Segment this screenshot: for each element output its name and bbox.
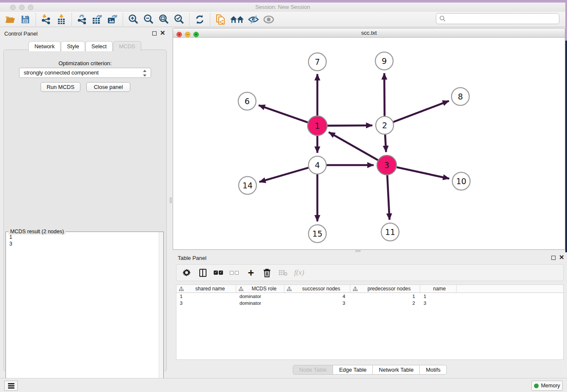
dropdown-value: strongly connected component <box>24 69 99 76</box>
zoom-in-icon[interactable] <box>126 13 141 26</box>
export-table-icon[interactable] <box>90 13 105 26</box>
tab-select[interactable]: Select <box>85 41 113 51</box>
table-cell[interactable]: dominator <box>236 300 284 306</box>
close-panel-icon[interactable]: ✕ <box>160 31 165 35</box>
node-label-14: 14 <box>242 181 253 190</box>
table-cell[interactable]: 2 <box>350 300 420 306</box>
mcds-result-title: MCDS result (2 nodes) <box>8 229 66 235</box>
edge-2-3[interactable] <box>385 135 386 152</box>
node-label-8: 8 <box>458 92 463 101</box>
table-row[interactable]: 1dominator411 <box>176 293 563 300</box>
tab-motifs[interactable]: Motifs <box>420 365 447 375</box>
column-header-name[interactable]: name <box>420 285 457 293</box>
checked-boxes-icon[interactable]: ✓✓ <box>214 268 224 278</box>
table-cell[interactable]: 1 <box>350 293 420 300</box>
mcds-panel: Optimization criterion: strongly connect… <box>3 50 167 371</box>
add-icon[interactable]: + <box>246 268 256 278</box>
main-toolbar <box>0 12 565 27</box>
close-panel-icon[interactable]: ✕ <box>559 255 564 259</box>
tab-edge-table[interactable]: Edge Table <box>333 365 373 375</box>
trash-icon[interactable] <box>262 268 272 278</box>
export-network-icon[interactable] <box>74 13 90 26</box>
zoom-fit-icon[interactable] <box>156 13 171 26</box>
table-cell[interactable]: 3 <box>284 300 350 306</box>
tab-node-table[interactable]: Node Table <box>293 365 333 375</box>
column-header-shared-name[interactable]: shared name <box>176 285 236 293</box>
search-input[interactable] <box>436 13 559 24</box>
edge-1-2[interactable] <box>328 125 372 126</box>
tab-network[interactable]: Network <box>28 41 61 51</box>
import-network-icon[interactable] <box>39 13 54 26</box>
traffic-lights[interactable] <box>10 4 37 12</box>
columns-icon[interactable] <box>198 268 208 278</box>
table-cell[interactable]: 3 <box>420 300 457 306</box>
table-cell[interactable]: 3 <box>176 300 236 306</box>
export-image-icon[interactable] <box>105 13 120 26</box>
node-label-1: 1 <box>315 121 320 130</box>
table-cell[interactable]: 4 <box>284 293 350 300</box>
network-window-titlebar[interactable]: ×−+ scc.txt <box>173 28 565 38</box>
edge-2-8[interactable] <box>394 101 449 122</box>
column-header-successor-nodes[interactable]: successor nodes <box>284 285 350 293</box>
chevron-up-down-icon <box>143 69 147 77</box>
column-header-MCDS-role[interactable]: MCDS role <box>236 285 284 293</box>
run-mcds-button[interactable]: Run MCDS <box>41 82 80 92</box>
gear-icon[interactable] <box>182 268 192 278</box>
memory-button[interactable]: Memory <box>531 381 563 391</box>
float-panel-icon[interactable] <box>551 256 556 260</box>
control-panel: Control Panel ✕ NetworkStyleSelectMCDS O… <box>0 27 170 375</box>
network-window: ×−+ scc.txt 7968124314101511 <box>173 28 565 250</box>
node-label-15: 15 <box>312 229 322 238</box>
save-icon[interactable] <box>18 13 33 26</box>
splitter-handle[interactable] <box>170 197 172 203</box>
import-table-icon[interactable] <box>54 13 69 26</box>
task-history-button[interactable] <box>4 381 18 391</box>
copy-document-icon[interactable] <box>213 13 228 26</box>
table-cell[interactable]: 1 <box>420 293 457 300</box>
zoom-window-icon[interactable] <box>28 5 33 10</box>
tab-network-table[interactable]: Network Table <box>373 365 420 375</box>
edge-3-11[interactable] <box>387 175 389 220</box>
edge-3-1[interactable] <box>329 132 378 160</box>
edge-1-6[interactable] <box>259 105 308 123</box>
splitter-handle[interactable] <box>355 250 361 252</box>
column-header-predecessor-nodes[interactable]: predecessor nodes <box>350 285 420 293</box>
houses-icon[interactable] <box>228 13 246 26</box>
optimization-criterion-select[interactable]: strongly connected component <box>19 68 151 78</box>
edge-3-10[interactable] <box>396 167 449 179</box>
window-title: Session: New Session <box>0 3 565 12</box>
tab-style[interactable]: Style <box>61 41 85 51</box>
refresh-icon[interactable] <box>192 13 207 26</box>
table-header-row: shared nameMCDS rolesuccessor nodesprede… <box>176 285 563 293</box>
node-table[interactable]: shared nameMCDS rolesuccessor nodesprede… <box>176 284 564 360</box>
mcds-result-item: 3 <box>6 240 163 247</box>
control-panel-title: Control Panel <box>4 30 38 37</box>
table-cell[interactable]: dominator <box>236 293 284 300</box>
close-panel-button[interactable]: Close panel <box>86 82 130 92</box>
close-window-icon[interactable] <box>10 5 16 10</box>
table-cell[interactable]: 1 <box>176 293 236 300</box>
eye-slash-icon[interactable] <box>246 13 261 26</box>
table-tabs: Node TableEdge TableNetwork TableMotifs <box>173 365 567 375</box>
titlebar: Session: New Session <box>0 3 565 12</box>
zoom-out-icon[interactable] <box>141 13 156 26</box>
application-window: Session: New Session <box>0 0 567 392</box>
edge-2-9[interactable] <box>384 73 385 116</box>
eye-icon[interactable] <box>261 13 276 26</box>
network-canvas[interactable]: 7968124314101511 <box>173 38 565 249</box>
edge-4-14[interactable] <box>259 168 308 182</box>
node-label-11: 11 <box>385 227 395 237</box>
minimize-window-icon[interactable] <box>19 5 25 10</box>
node-label-6: 6 <box>245 97 250 106</box>
zoom-selected-icon[interactable] <box>171 13 187 26</box>
float-panel-icon[interactable] <box>152 31 157 36</box>
scrollbar[interactable] <box>159 232 163 391</box>
memory-status-icon <box>534 384 539 388</box>
table-body: 1dominator4113dominator323 <box>176 293 563 306</box>
folder-open-icon[interactable] <box>3 13 18 26</box>
tab-mcds[interactable]: MCDS <box>113 41 141 51</box>
node-label-7: 7 <box>315 57 320 66</box>
unchecked-boxes-icon[interactable] <box>230 268 240 278</box>
table-row[interactable]: 3dominator323 <box>176 300 563 306</box>
window-frame-right <box>565 0 567 41</box>
